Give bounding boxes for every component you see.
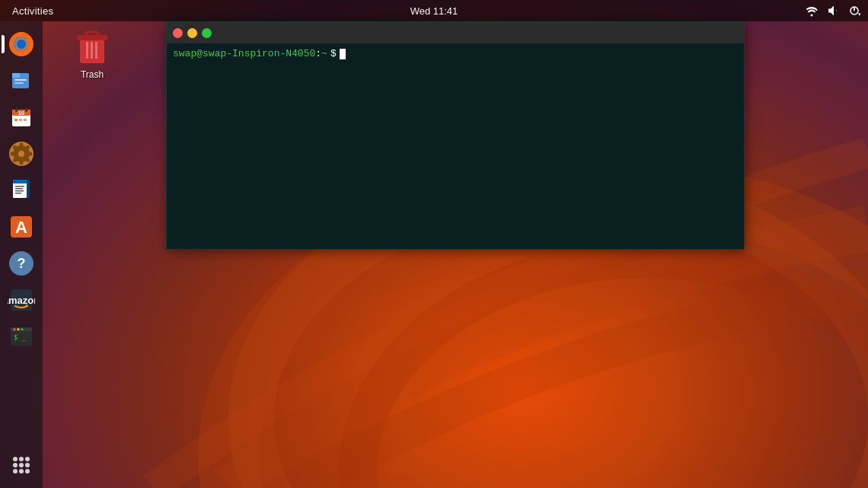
svg-text:amazon: amazon xyxy=(8,295,35,306)
prompt-user: swap xyxy=(173,48,196,59)
svg-rect-34 xyxy=(27,180,30,198)
prompt-colon: : xyxy=(315,48,321,59)
svg-point-48 xyxy=(18,328,20,330)
trash-image xyxy=(74,27,110,66)
sidebar-item-amazon[interactable]: amazon xyxy=(5,283,38,317)
svg-rect-36 xyxy=(15,188,23,190)
svg-point-53 xyxy=(25,457,30,461)
svg-rect-38 xyxy=(15,193,21,194)
terminal-window: swap@swap-Inspiron-N4050:~$ xyxy=(166,21,745,250)
activities-button[interactable]: Activities xyxy=(6,5,59,17)
prompt-dollar: $ xyxy=(330,48,337,59)
sidebar-item-calendar[interactable]: 10 xyxy=(5,100,38,134)
sidebar-item-software[interactable]: A xyxy=(5,210,38,244)
svg-rect-17 xyxy=(14,119,18,121)
svg-point-51 xyxy=(13,457,18,461)
sidebar-item-terminal[interactable]: $ _ xyxy=(5,320,38,353)
panel-clock: Wed 11:41 xyxy=(410,5,458,17)
volume-icon[interactable] xyxy=(825,3,841,18)
svg-rect-63 xyxy=(86,42,88,59)
svg-point-56 xyxy=(25,463,30,467)
svg-rect-19 xyxy=(24,119,27,121)
svg-point-49 xyxy=(21,328,24,330)
svg-rect-11 xyxy=(14,79,27,81)
svg-point-47 xyxy=(14,328,16,330)
svg-point-59 xyxy=(25,469,30,474)
sidebar-item-files[interactable] xyxy=(5,64,38,97)
svg-rect-65 xyxy=(95,42,97,59)
svg-rect-62 xyxy=(86,32,98,37)
svg-point-2 xyxy=(358,259,868,488)
svg-point-57 xyxy=(13,469,18,474)
svg-rect-15 xyxy=(15,107,18,112)
sidebar-item-settings[interactable] xyxy=(5,137,38,171)
svg-point-26 xyxy=(11,152,14,156)
prompt-host: swap-Inspiron-N4050 xyxy=(203,48,315,59)
sidebar-item-appgrid[interactable] xyxy=(5,448,38,482)
power-icon[interactable]: ▾ xyxy=(847,3,862,18)
svg-point-55 xyxy=(19,463,24,467)
terminal-close-btn[interactable] xyxy=(173,28,183,38)
svg-point-24 xyxy=(20,143,24,147)
svg-rect-10 xyxy=(12,73,20,78)
svg-text:▾: ▾ xyxy=(858,11,861,17)
svg-point-8 xyxy=(17,40,26,49)
svg-point-52 xyxy=(19,457,24,461)
terminal-cursor xyxy=(340,49,346,59)
terminal-maximize-btn[interactable] xyxy=(202,28,212,38)
svg-point-25 xyxy=(20,161,24,165)
svg-rect-12 xyxy=(14,82,24,84)
prompt-tilde: ~ xyxy=(321,48,327,59)
sidebar: 10 xyxy=(0,21,43,488)
svg-text:?: ? xyxy=(18,256,26,271)
svg-text:$ _: $ _ xyxy=(14,333,27,341)
svg-rect-33 xyxy=(13,180,27,183)
svg-rect-64 xyxy=(91,42,93,59)
prompt-at: @ xyxy=(196,48,203,59)
terminal-prompt-line: swap@swap-Inspiron-N4050:~$ xyxy=(173,48,738,59)
sidebar-item-help[interactable]: ? xyxy=(5,247,38,280)
svg-rect-18 xyxy=(19,119,22,121)
svg-point-28 xyxy=(13,145,17,149)
wifi-icon[interactable] xyxy=(804,3,819,18)
svg-point-29 xyxy=(26,158,30,162)
svg-rect-37 xyxy=(15,190,24,192)
desktop: Activities Wed 11:41 xyxy=(0,0,868,488)
svg-point-54 xyxy=(13,463,18,467)
svg-text:A: A xyxy=(15,218,27,237)
svg-point-30 xyxy=(26,145,30,149)
sidebar-item-writer[interactable] xyxy=(5,174,38,207)
svg-point-31 xyxy=(13,158,17,162)
svg-point-27 xyxy=(29,152,33,156)
terminal-titlebar xyxy=(167,22,744,43)
svg-rect-35 xyxy=(15,186,24,187)
trash-desktop-icon[interactable]: Trash xyxy=(65,27,119,80)
sidebar-item-firefox[interactable] xyxy=(5,27,38,61)
top-panel: Activities Wed 11:41 xyxy=(0,0,868,21)
terminal-content[interactable]: swap@swap-Inspiron-N4050:~$ xyxy=(167,43,744,249)
terminal-minimize-btn[interactable] xyxy=(187,28,197,38)
svg-rect-16 xyxy=(25,107,27,112)
panel-left: Activities xyxy=(6,5,59,17)
svg-point-23 xyxy=(18,151,24,157)
panel-right: ▾ xyxy=(804,3,862,18)
trash-label: Trash xyxy=(81,69,104,80)
svg-text:10: 10 xyxy=(18,110,24,116)
svg-point-58 xyxy=(19,469,24,474)
